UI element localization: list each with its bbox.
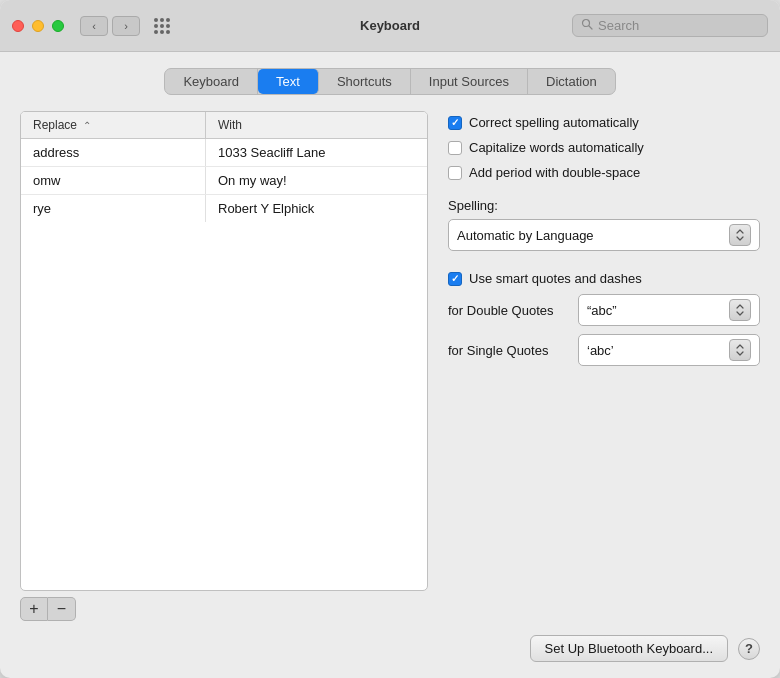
table-row[interactable]: address 1033 Seacliff Lane bbox=[21, 139, 427, 167]
grid-button[interactable] bbox=[148, 12, 176, 40]
nav-buttons: ‹ › bbox=[80, 16, 140, 36]
table-row[interactable]: omw On my way! bbox=[21, 167, 427, 195]
smart-quotes-row[interactable]: Use smart quotes and dashes bbox=[448, 271, 760, 286]
tab-bar: Keyboard Text Shortcuts Input Sources Di… bbox=[20, 68, 760, 95]
main-panel: Replace ⌃ With address 1033 Seacliff Lan… bbox=[20, 111, 760, 621]
smart-quotes-section: Use smart quotes and dashes for Double Q… bbox=[448, 271, 760, 366]
help-button[interactable]: ? bbox=[738, 638, 760, 660]
bottom-bar: Set Up Bluetooth Keyboard... ? bbox=[0, 621, 780, 678]
double-quotes-row: for Double Quotes “abc” bbox=[448, 294, 760, 326]
cell-with-1: 1033 Seacliff Lane bbox=[206, 139, 427, 166]
table-section: Replace ⌃ With address 1033 Seacliff Lan… bbox=[20, 111, 428, 621]
add-period-label: Add period with double-space bbox=[469, 165, 640, 180]
double-quotes-dropdown[interactable]: “abc” bbox=[578, 294, 760, 326]
remove-row-button[interactable]: − bbox=[48, 597, 76, 621]
table-row[interactable]: rye Robert Y Elphick bbox=[21, 195, 427, 222]
spelling-dropdown-text: Automatic by Language bbox=[457, 228, 729, 243]
correct-spelling-row[interactable]: Correct spelling automatically bbox=[448, 115, 760, 130]
svg-line-1 bbox=[589, 26, 592, 29]
correct-spelling-checkbox[interactable] bbox=[448, 116, 462, 130]
tab-text[interactable]: Text bbox=[258, 69, 319, 94]
tab-keyboard[interactable]: Keyboard bbox=[165, 69, 258, 94]
col-with-header: With bbox=[206, 112, 427, 138]
close-button[interactable] bbox=[12, 20, 24, 32]
spelling-section: Spelling: Automatic by Language bbox=[448, 198, 760, 251]
tab-input-sources[interactable]: Input Sources bbox=[411, 69, 528, 94]
single-quotes-dropdown[interactable]: ‘abc’ bbox=[578, 334, 760, 366]
maximize-button[interactable] bbox=[52, 20, 64, 32]
cell-replace-1: address bbox=[21, 139, 206, 166]
add-period-checkbox[interactable] bbox=[448, 166, 462, 180]
double-quotes-label: for Double Quotes bbox=[448, 303, 568, 318]
double-quotes-value: “abc” bbox=[587, 303, 729, 318]
forward-button[interactable]: › bbox=[112, 16, 140, 36]
search-bar[interactable] bbox=[572, 14, 768, 37]
spelling-dropdown[interactable]: Automatic by Language bbox=[448, 219, 760, 251]
capitalize-words-label: Capitalize words automatically bbox=[469, 140, 644, 155]
minimize-button[interactable] bbox=[32, 20, 44, 32]
table-header: Replace ⌃ With bbox=[21, 112, 427, 139]
text-table: Replace ⌃ With address 1033 Seacliff Lan… bbox=[20, 111, 428, 591]
back-button[interactable]: ‹ bbox=[80, 16, 108, 36]
smart-quotes-label: Use smart quotes and dashes bbox=[469, 271, 642, 286]
titlebar: ‹ › Keyboard bbox=[0, 0, 780, 52]
smart-quotes-checkbox[interactable] bbox=[448, 272, 462, 286]
single-quotes-arrow-icon[interactable] bbox=[729, 339, 751, 361]
double-quotes-arrow-icon[interactable] bbox=[729, 299, 751, 321]
spelling-label: Spelling: bbox=[448, 198, 760, 213]
cell-with-3: Robert Y Elphick bbox=[206, 195, 427, 222]
window-title: Keyboard bbox=[360, 18, 420, 33]
capitalize-words-checkbox[interactable] bbox=[448, 141, 462, 155]
tab-dictation[interactable]: Dictation bbox=[528, 69, 615, 94]
search-input[interactable] bbox=[598, 18, 759, 33]
col-replace-header: Replace ⌃ bbox=[21, 112, 206, 138]
cell-replace-2: omw bbox=[21, 167, 206, 194]
add-period-row[interactable]: Add period with double-space bbox=[448, 165, 760, 180]
main-window: ‹ › Keyboard Keyboard bbox=[0, 0, 780, 678]
bluetooth-keyboard-button[interactable]: Set Up Bluetooth Keyboard... bbox=[530, 635, 728, 662]
spelling-dropdown-row: Automatic by Language bbox=[448, 219, 760, 251]
table-add-remove: + − bbox=[20, 597, 428, 621]
search-icon bbox=[581, 18, 593, 33]
content-area: Keyboard Text Shortcuts Input Sources Di… bbox=[0, 52, 780, 621]
tab-shortcuts[interactable]: Shortcuts bbox=[319, 69, 411, 94]
single-quotes-row: for Single Quotes ‘abc’ bbox=[448, 334, 760, 366]
single-quotes-value: ‘abc’ bbox=[587, 343, 729, 358]
add-row-button[interactable]: + bbox=[20, 597, 48, 621]
capitalize-words-row[interactable]: Capitalize words automatically bbox=[448, 140, 760, 155]
tab-group: Keyboard Text Shortcuts Input Sources Di… bbox=[164, 68, 615, 95]
options-section: Correct spelling automatically Capitaliz… bbox=[448, 111, 760, 621]
svg-point-0 bbox=[583, 20, 590, 27]
correct-spelling-label: Correct spelling automatically bbox=[469, 115, 639, 130]
traffic-lights bbox=[12, 20, 64, 32]
cell-with-2: On my way! bbox=[206, 167, 427, 194]
spelling-dropdown-arrow-icon[interactable] bbox=[729, 224, 751, 246]
sort-arrow-icon: ⌃ bbox=[83, 120, 91, 131]
cell-replace-3: rye bbox=[21, 195, 206, 222]
single-quotes-label: for Single Quotes bbox=[448, 343, 568, 358]
